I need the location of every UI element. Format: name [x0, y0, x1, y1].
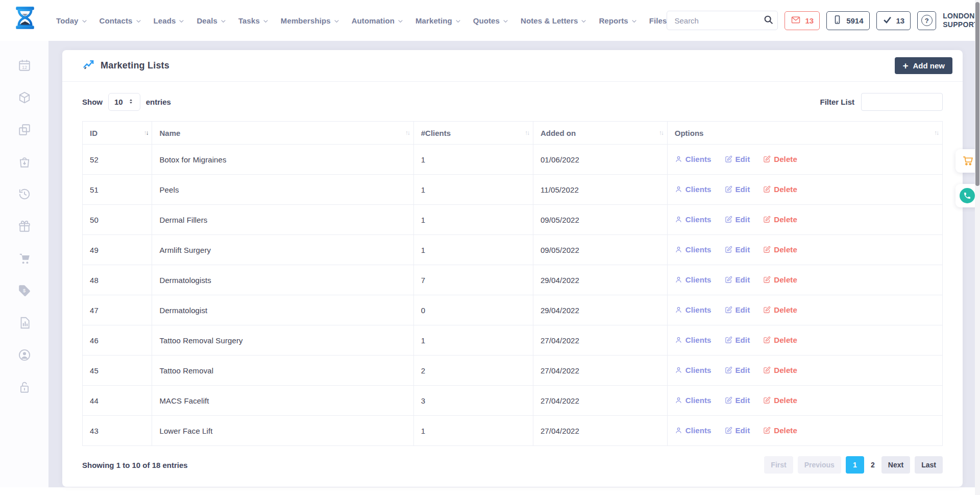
sidebar-lock-icon[interactable] — [18, 380, 31, 394]
sidebar-cart-icon[interactable] — [18, 251, 31, 265]
column-header--clients[interactable]: #Clients↑↓ — [413, 122, 533, 145]
nav-item-label: Deals — [197, 16, 217, 25]
edit-link[interactable]: Edit — [725, 215, 750, 224]
row-added-on: 01/06/2022 — [533, 145, 667, 175]
tasks-badge[interactable]: 13 — [876, 11, 911, 30]
option-label: Delete — [774, 336, 797, 344]
nav-item-deals[interactable]: Deals — [197, 16, 227, 25]
nav-item-reports[interactable]: Reports — [599, 16, 637, 25]
row-clients: 1 — [413, 205, 533, 235]
nav-item-memberships[interactable]: Memberships — [281, 16, 340, 25]
clients-link[interactable]: Clients — [675, 396, 712, 405]
pagination-last[interactable]: Last — [915, 456, 943, 474]
nav-item-quotes[interactable]: Quotes — [473, 16, 509, 25]
edit-link[interactable]: Edit — [725, 366, 750, 374]
help-button[interactable]: ? — [917, 11, 936, 30]
edit-link[interactable]: Edit — [725, 305, 750, 314]
messages-badge[interactable]: 13 — [785, 11, 820, 30]
nav-item-today[interactable]: Today — [56, 16, 88, 25]
delete-link[interactable]: Delete — [763, 426, 797, 435]
pagination-first: First — [764, 456, 793, 474]
option-label: Edit — [736, 215, 750, 224]
sort-arrows-icon: ↑↓ — [934, 129, 938, 136]
svg-text:$: $ — [22, 287, 26, 293]
delete-link[interactable]: Delete — [763, 215, 797, 224]
search-input[interactable] — [667, 11, 778, 30]
sidebar-bag-icon[interactable] — [18, 155, 31, 169]
delete-link[interactable]: Delete — [763, 336, 797, 344]
edit-link[interactable]: Edit — [725, 245, 750, 254]
scrollbar-thumb[interactable] — [975, 2, 979, 186]
option-label: Edit — [736, 275, 750, 284]
chevron-down-icon — [580, 18, 587, 25]
page-size-select[interactable]: 10 — [108, 93, 140, 111]
sidebar-calendar-icon[interactable]: 12 — [18, 58, 31, 72]
chevron-down-icon — [178, 18, 185, 25]
column-header-id[interactable]: ID↑↓ — [83, 122, 152, 145]
option-label: Delete — [774, 245, 797, 254]
edit-icon — [725, 185, 732, 193]
delete-link[interactable]: Delete — [763, 366, 797, 374]
edit-link[interactable]: Edit — [725, 155, 750, 163]
entries-summary: Showing 1 to 10 of 18 entries — [82, 461, 188, 469]
column-header-name[interactable]: Name↑↓ — [152, 122, 413, 145]
nav-item-leads[interactable]: Leads — [154, 16, 185, 25]
column-header-added-on[interactable]: Added on↑↓ — [533, 122, 667, 145]
sidebar-price-tag-icon[interactable]: $ — [18, 284, 31, 297]
delete-link[interactable]: Delete — [763, 185, 797, 194]
pagination-previous: Previous — [798, 456, 841, 474]
nav-item-marketing[interactable]: Marketing — [415, 16, 461, 25]
edit-link[interactable]: Edit — [725, 426, 750, 435]
nav-item-contacts[interactable]: Contacts — [100, 16, 142, 25]
pagination-next[interactable]: Next — [881, 456, 910, 474]
option-label: Clients — [685, 215, 712, 224]
clients-link[interactable]: Clients — [675, 426, 712, 435]
delete-link[interactable]: Delete — [763, 245, 797, 254]
row-clients: 1 — [413, 235, 533, 265]
delete-link[interactable]: Delete — [763, 155, 797, 163]
filter-input[interactable] — [861, 93, 943, 111]
app-logo-hourglass-icon[interactable] — [13, 6, 37, 35]
nav-item-tasks[interactable]: Tasks — [238, 16, 269, 25]
nav-item-files[interactable]: Files — [649, 16, 667, 25]
row-clients: 1 — [413, 175, 533, 205]
nav-item-label: Automation — [352, 16, 395, 25]
delete-link[interactable]: Delete — [763, 305, 797, 314]
edit-link[interactable]: Edit — [725, 185, 750, 194]
page-scrollbar[interactable] — [975, 0, 980, 495]
clients-link[interactable]: Clients — [675, 185, 712, 194]
nav-item-automation[interactable]: Automation — [352, 16, 404, 25]
pagination-1[interactable]: 1 — [846, 456, 864, 474]
edit-link[interactable]: Edit — [725, 275, 750, 284]
clients-link[interactable]: Clients — [675, 275, 712, 284]
clients-link[interactable]: Clients — [675, 366, 712, 374]
clients-link[interactable]: Clients — [675, 336, 712, 344]
sidebar-cube-icon[interactable] — [18, 90, 31, 104]
sidebar-gift-icon[interactable] — [18, 219, 31, 233]
edit-link[interactable]: Edit — [725, 336, 750, 344]
pagination-2[interactable]: 2 — [869, 456, 877, 474]
delete-link[interactable]: Delete — [763, 396, 797, 405]
row-added-on: 09/05/2022 — [533, 205, 667, 235]
sidebar-copy-icon[interactable] — [18, 123, 31, 136]
calls-badge[interactable]: 5914 — [826, 11, 869, 30]
marketing-lists-card: Marketing Lists + Add new Show 10 — [62, 50, 963, 487]
clients-link[interactable]: Clients — [675, 305, 712, 314]
clients-link[interactable]: Clients — [675, 215, 712, 224]
add-new-button[interactable]: + Add new — [895, 57, 952, 74]
nav-item-label: Today — [56, 16, 79, 25]
sidebar-history-icon[interactable] — [18, 187, 31, 201]
clients-link[interactable]: Clients — [675, 155, 712, 163]
sidebar-account-icon[interactable] — [18, 348, 31, 362]
clients-link[interactable]: Clients — [675, 245, 712, 254]
search-icon[interactable] — [763, 14, 774, 27]
row-clients: 1 — [413, 325, 533, 356]
edit-link[interactable]: Edit — [725, 396, 750, 405]
column-header-options[interactable]: Options↑↓ — [667, 122, 942, 145]
chevron-down-icon — [220, 18, 227, 25]
sidebar-report-icon[interactable] — [18, 316, 31, 329]
delete-link[interactable]: Delete — [763, 275, 797, 284]
row-name: Dermal Fillers — [152, 205, 413, 235]
nav-item-notes-letters[interactable]: Notes & Letters — [521, 16, 587, 25]
edit-icon — [763, 276, 771, 284]
